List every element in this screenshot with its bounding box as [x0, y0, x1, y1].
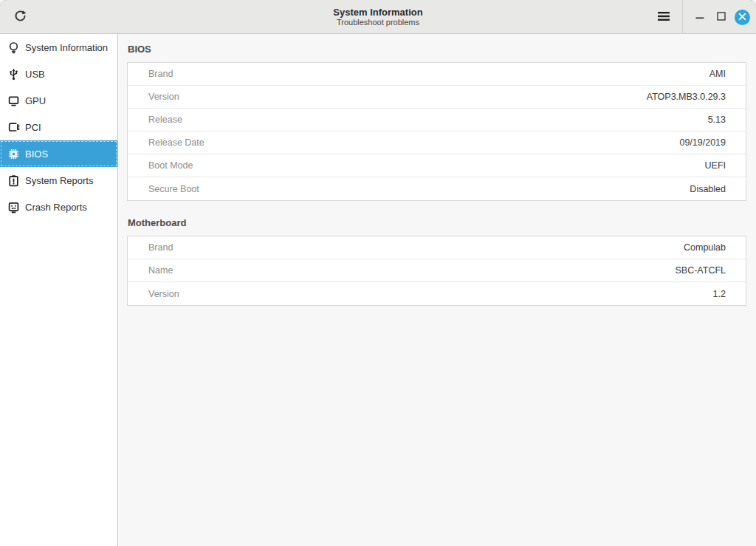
table-row: Version 1.2 — [128, 282, 746, 305]
sidebar-item-crash-reports[interactable]: Crash Reports — [0, 194, 117, 220]
sidebar-item-label: PCI — [25, 122, 41, 133]
table-row: Boot Mode UEFI — [128, 154, 746, 177]
maximize-button[interactable] — [713, 9, 729, 25]
crash-icon — [7, 201, 20, 214]
usb-icon — [7, 68, 20, 81]
row-label: Release — [128, 115, 182, 125]
table-row: Version ATOP3.MB3.0.29.3 — [128, 86, 746, 109]
table-row: Brand Compulab — [128, 236, 746, 259]
hamburger-menu-icon — [657, 11, 670, 24]
sidebar-item-label: Crash Reports — [25, 202, 87, 213]
row-label: Brand — [128, 242, 173, 253]
row-label: Release Date — [128, 137, 205, 148]
row-label: Name — [128, 265, 173, 276]
motherboard-table: Brand Compulab Name SBC-ATCFL Version 1.… — [127, 236, 746, 306]
row-value: SBC-ATCFL — [675, 265, 746, 276]
table-row: Release 5.13 — [128, 109, 746, 132]
row-value: 1.2 — [713, 289, 746, 299]
section-heading-bios: BIOS — [128, 44, 746, 55]
header-title-block: System Information Troubleshoot problems — [0, 0, 756, 34]
close-icon — [738, 12, 746, 23]
section-heading-motherboard: Motherboard — [128, 217, 746, 228]
row-value: ATOP3.MB3.0.29.3 — [647, 92, 746, 102]
headerbar: System Information Troubleshoot problems — [0, 0, 756, 34]
row-label: Version — [128, 92, 179, 102]
sidebar-item-bios[interactable]: BIOS — [0, 140, 117, 167]
sidebar-item-usb[interactable]: USB — [0, 61, 117, 87]
sidebar-item-gpu[interactable]: GPU — [0, 87, 117, 114]
table-row: Secure Boot Disabled — [128, 177, 746, 200]
minimize-button[interactable] — [692, 9, 708, 25]
sidebar-item-label: System Reports — [25, 175, 93, 186]
table-row: Release Date 09/19/2019 — [128, 132, 746, 154]
header-separator — [682, 0, 683, 34]
row-label: Secure Boot — [128, 184, 199, 194]
maximize-icon — [717, 12, 726, 23]
row-value: UEFI — [705, 160, 746, 171]
close-button[interactable] — [735, 10, 750, 25]
row-label: Version — [128, 289, 179, 299]
row-value: Disabled — [690, 184, 746, 194]
chip-icon — [7, 148, 20, 160]
bios-table: Brand AMI Version ATOP3.MB3.0.29.3 Relea… — [127, 62, 746, 201]
sidebar-item-system-information[interactable]: System Information — [0, 34, 117, 61]
sidebar-item-label: BIOS — [25, 149, 48, 160]
row-value: AMI — [709, 69, 746, 79]
lightbulb-icon — [7, 41, 20, 54]
window-title: System Information — [333, 7, 422, 18]
row-value: Compulab — [684, 242, 746, 253]
motherboard-section: Motherboard Brand Compulab Name SBC-ATCF… — [127, 217, 746, 306]
bios-section: BIOS Brand AMI Version ATOP3.MB3.0.29.3 … — [127, 44, 746, 201]
sidebar-item-label: System Information — [25, 42, 108, 53]
report-icon — [7, 174, 20, 187]
sidebar-item-label: GPU — [25, 95, 46, 106]
app-window: System Information Troubleshoot problems — [0, 0, 756, 546]
menu-button[interactable] — [654, 7, 673, 27]
sidebar: System Information USB — [0, 34, 118, 546]
row-label: Brand — [128, 69, 173, 79]
table-row: Brand AMI — [128, 63, 746, 86]
refresh-icon — [13, 9, 27, 25]
minimize-icon — [695, 12, 704, 23]
row-value: 5.13 — [708, 115, 746, 125]
sidebar-item-label: USB — [25, 69, 45, 80]
sidebar-item-pci[interactable]: PCI — [0, 114, 117, 140]
sidebar-item-system-reports[interactable]: System Reports — [0, 167, 117, 194]
main-content: BIOS Brand AMI Version ATOP3.MB3.0.29.3 … — [118, 34, 756, 546]
window-subtitle: Troubleshoot problems — [337, 18, 419, 27]
refresh-button[interactable] — [10, 7, 30, 27]
display-icon — [7, 95, 20, 107]
row-label: Boot Mode — [128, 160, 193, 171]
table-row: Name SBC-ATCFL — [128, 259, 746, 282]
expansion-card-icon — [7, 121, 20, 134]
row-value: 09/19/2019 — [679, 137, 746, 148]
